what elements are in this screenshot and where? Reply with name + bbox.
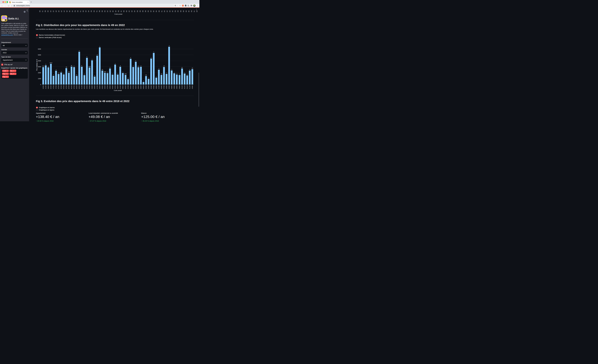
bar[interactable] [99,47,101,85]
bar[interactable] [163,67,165,85]
translate-icon[interactable]: G [175,5,176,7]
fig3-radio-option[interactable]: Graphique en lignes [36,109,55,111]
browser-menu-kebab-icon[interactable]: ⋮ [197,4,199,7]
browser-tab[interactable]: Sotis Immobilier × [8,1,30,4]
page-scrollbar-thumb[interactable] [199,73,199,107]
bar[interactable] [140,67,142,85]
lock-icon[interactable] [14,5,15,6]
bar[interactable] [76,76,77,85]
reload-icon[interactable] [8,5,9,6]
side-panel-icon[interactable] [191,5,192,6]
bar[interactable] [53,76,54,85]
bar[interactable] [179,75,180,85]
bar[interactable] [181,69,183,85]
bar[interactable] [176,74,178,85]
multiselect-tag[interactable]: Carte× [2,70,9,72]
bar[interactable] [168,47,170,85]
bar[interactable] [63,74,65,85]
bar[interactable] [125,75,126,85]
prix-au-m2-checkbox-row[interactable]: ✓ Prix au m² [1,64,13,65]
bar[interactable] [130,59,132,85]
bar[interactable] [42,67,44,85]
bar[interactable] [150,58,152,85]
multiselect-chevron-icon[interactable] [27,11,28,12]
bar[interactable] [68,73,70,85]
multiselect-tag[interactable]: Fig. 4× [2,76,9,78]
profile-avatar[interactable] [193,4,196,7]
bar[interactable] [186,75,188,85]
bar[interactable] [50,64,52,85]
bar[interactable] [184,73,185,85]
close-window-button[interactable] [2,1,4,3]
bar[interactable] [86,58,88,85]
tab-close-icon[interactable]: × [27,1,28,3]
tag-remove-icon[interactable]: × [7,76,8,78]
bar[interactable] [73,67,75,85]
multiselect-tag[interactable]: Fig. 3× [9,73,16,75]
app-menu-kebab-icon[interactable]: ⋮ [196,8,198,11]
bar[interactable] [156,78,157,85]
new-tab-button[interactable]: + [31,1,32,3]
bar[interactable] [55,71,57,85]
multiselect-tag[interactable]: Fig. 1× [9,70,16,72]
bar[interactable] [45,65,47,85]
sotisanalytics-link[interactable]: sotisanalytics.com [1,34,13,36]
checkbox-checked-icon[interactable]: ✓ [1,64,3,65]
bar[interactable] [161,75,162,85]
bar[interactable] [189,71,191,85]
bar[interactable] [78,52,80,85]
bar[interactable] [117,74,119,85]
back-icon[interactable]: ← [1,5,3,7]
bar[interactable] [91,60,93,85]
radio-unselected-icon[interactable] [36,37,38,38]
bar[interactable] [107,73,108,85]
bar[interactable] [48,67,49,85]
radio-unselected-icon[interactable] [36,109,38,111]
tag-remove-icon[interactable]: × [7,70,8,72]
bar[interactable] [191,69,193,85]
extensions-puzzle-icon[interactable] [185,5,186,6]
tag-remove-icon[interactable]: × [15,73,16,74]
bar[interactable] [142,82,144,85]
bar[interactable] [83,75,85,85]
playlist-icon[interactable] [188,5,189,6]
annee-select[interactable]: 2022 [1,51,28,55]
bar[interactable] [174,73,175,85]
lighthouse-extension-icon[interactable] [182,5,184,6]
minimize-window-button[interactable] [4,1,6,3]
bookmark-star-icon[interactable]: ☆ [179,4,181,7]
departement-select[interactable]: 49 [1,44,28,47]
bar[interactable] [122,73,124,85]
bar[interactable] [166,74,167,85]
radio-selected-icon[interactable] [36,34,38,36]
url-bar[interactable]: sotisanalytics.immo [12,4,174,7]
tag-remove-icon[interactable]: × [15,70,15,72]
fig2-radio-option[interactable]: Barres verticales (Petit écran) [36,37,65,38]
bar[interactable] [60,73,62,85]
bar[interactable] [119,67,121,85]
bar[interactable] [101,71,103,85]
graphs-multiselect[interactable]: Carte×Fig. 1×Fig. 2×Fig. 3×Fig. 4× [1,69,28,79]
bar[interactable] [66,68,67,85]
type-de-bien-select[interactable]: Appartement [1,58,28,62]
tag-remove-icon[interactable]: × [7,73,8,74]
bar[interactable] [127,79,129,85]
bar[interactable] [145,76,147,85]
bar[interactable] [132,67,134,85]
bar[interactable] [104,73,106,85]
bar[interactable] [71,67,72,85]
fig2-radio-option[interactable]: Barres horizontales (Grand écran) [36,34,65,36]
bar[interactable] [114,65,116,85]
fig3-radio-option[interactable]: Graphique en barres [36,106,55,108]
share-icon[interactable]: ↑ [177,5,178,7]
bar[interactable] [96,56,98,85]
bar[interactable] [171,70,173,85]
multiselect-clear-all-icon[interactable]: ✕ [24,11,25,13]
bar[interactable] [109,69,111,85]
multiselect-tag[interactable]: Fig. 2× [2,73,9,75]
bar[interactable] [94,77,95,85]
bar[interactable] [89,67,90,85]
bar[interactable] [81,67,83,85]
bar[interactable] [112,75,114,85]
forward-icon[interactable]: → [4,5,6,7]
